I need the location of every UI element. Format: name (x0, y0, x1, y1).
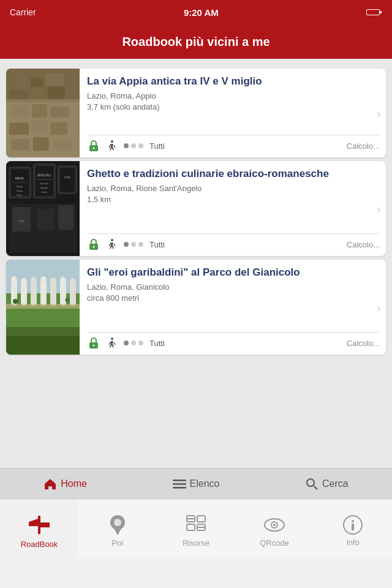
card-body-2: Ghetto e tradizioni culinarie ebraico-ro… (80, 161, 386, 256)
home-icon (43, 477, 57, 491)
svg-rect-20 (33, 137, 49, 151)
status-bar: Carrier 9:20 AM (0, 0, 392, 24)
card-image-2: MENU Pasta Cacio Pepe SPECIALI Carciofi … (6, 161, 80, 256)
svg-point-69 (13, 299, 18, 304)
svg-rect-8 (46, 74, 64, 86)
dots-1 (124, 143, 143, 148)
card-location-1: Lazio, Roma, Appio 3,7 km (solo andata) (87, 91, 380, 113)
calc-3: Calcolo... (347, 339, 380, 348)
card-location-3: Lazio, Roma, Gianicolo circa 800 metri (87, 282, 380, 304)
svg-text:OGGI: OGGI (64, 176, 70, 179)
tab-bar-top: Home Elenco Cerca (0, 468, 392, 499)
card-image-3 (6, 260, 80, 355)
svg-point-50 (111, 239, 113, 241)
tab-bar-bottom: RoadBook Poi Risorse QRcode (0, 499, 392, 557)
walk-icon (105, 139, 119, 153)
svg-rect-72 (6, 336, 80, 355)
svg-rect-77 (173, 483, 186, 485)
svg-rect-62 (50, 282, 56, 306)
svg-rect-10 (31, 88, 44, 99)
dots-3 (124, 341, 143, 345)
tab-qrcode-label: QRcode (260, 538, 289, 548)
svg-text:Supplì: Supplì (40, 186, 47, 189)
tab-elenco[interactable]: Elenco (130, 469, 261, 499)
gianicolo-image (6, 260, 80, 355)
svg-point-75 (111, 337, 113, 340)
svg-point-57 (21, 278, 27, 285)
tab-risorse[interactable]: Risorse (157, 499, 235, 557)
svg-rect-18 (50, 123, 67, 135)
svg-text:SPECIALI: SPECIALI (37, 173, 51, 177)
tab-risorse-label: Risorse (183, 538, 209, 548)
svg-rect-14 (32, 104, 47, 118)
svg-text:Cacio: Cacio (17, 189, 23, 192)
card-footer-1: Tutti Calcolo... (87, 135, 380, 153)
tab-roadbook[interactable]: RoadBook (0, 499, 78, 557)
svg-marker-83 (40, 522, 50, 527)
svg-rect-11 (48, 87, 65, 99)
svg-point-70 (66, 298, 70, 303)
card-image-1 (6, 69, 80, 157)
badge-3: Tutti (149, 339, 165, 348)
info-icon (342, 514, 363, 535)
tab-poi[interactable]: Poi (78, 499, 157, 557)
svg-point-23 (93, 148, 95, 149)
tab-qrcode[interactable]: QRcode (235, 499, 314, 557)
svg-rect-66 (70, 283, 76, 306)
svg-rect-7 (31, 78, 43, 87)
list-item[interactable]: Gli "eroi garibaldini" al Parco del Gian… (6, 260, 386, 355)
card-body-1: La via Appia antica tra IV e V miglio La… (80, 69, 386, 157)
tab-home-label: Home (61, 478, 87, 489)
road-image (6, 69, 80, 157)
svg-rect-15 (50, 107, 69, 118)
page-header: Roadbook più vicini a me (0, 24, 392, 59)
lock-icon (87, 139, 100, 153)
svg-rect-17 (32, 121, 47, 134)
tab-cerca[interactable]: Cerca (262, 469, 392, 499)
svg-point-24 (111, 140, 113, 143)
svg-point-59 (31, 277, 37, 284)
list-item[interactable]: MENU Pasta Cacio Pepe SPECIALI Carciofi … (6, 161, 386, 256)
lock-icon (87, 336, 100, 350)
svg-text:Pepe: Pepe (17, 194, 23, 197)
card-title-2: Ghetto e tradizioni culinarie ebraico-ro… (87, 167, 380, 180)
svg-point-63 (50, 277, 56, 285)
list-icon (173, 479, 186, 489)
search-icon (305, 477, 318, 491)
svg-rect-60 (40, 281, 47, 306)
badge-1: Tutti (149, 141, 165, 151)
svg-rect-45 (37, 209, 54, 230)
list-item[interactable]: La via Appia antica tra IV e V miglio La… (6, 69, 386, 157)
tab-elenco-label: Elenco (190, 478, 220, 489)
page-title: Roadbook più vicini a me (122, 35, 270, 49)
calc-1: Calcolo... (347, 141, 380, 151)
tab-info[interactable]: Info (314, 499, 392, 557)
svg-text:Carciofi: Carciofi (40, 182, 48, 185)
roadbook-icon (26, 513, 52, 537)
grid-icon (185, 514, 207, 536)
tab-home[interactable]: Home (0, 469, 130, 499)
svg-rect-89 (187, 524, 195, 530)
svg-rect-3 (380, 11, 382, 13)
card-footer-2: Tutti Calcolo... (87, 233, 380, 251)
svg-rect-19 (11, 139, 29, 150)
battery-icon (366, 8, 382, 17)
ghetto-image: MENU Pasta Cacio Pepe SPECIALI Carciofi … (6, 161, 80, 256)
card-footer-3: Tutti Calcolo... (87, 332, 380, 350)
svg-rect-78 (173, 487, 186, 489)
svg-text:MENU: MENU (15, 176, 24, 180)
main-content: La via Appia antica tra IV e V miglio La… (0, 59, 392, 468)
svg-rect-46 (58, 205, 74, 230)
svg-point-65 (60, 277, 66, 284)
walk-icon (105, 336, 119, 350)
svg-line-80 (314, 486, 317, 489)
chevron-icon-1: › (377, 106, 381, 120)
card-title-1: La via Appia antica tra IV e V miglio (87, 75, 380, 88)
tab-roadbook-label: RoadBook (21, 540, 58, 549)
svg-rect-88 (197, 516, 205, 522)
svg-rect-6 (12, 75, 28, 86)
svg-rect-68 (6, 304, 80, 309)
svg-rect-2 (367, 10, 379, 15)
tab-cerca-label: Cerca (322, 478, 349, 489)
card-title-3: Gli "eroi garibaldini" al Parco del Gian… (87, 266, 380, 279)
